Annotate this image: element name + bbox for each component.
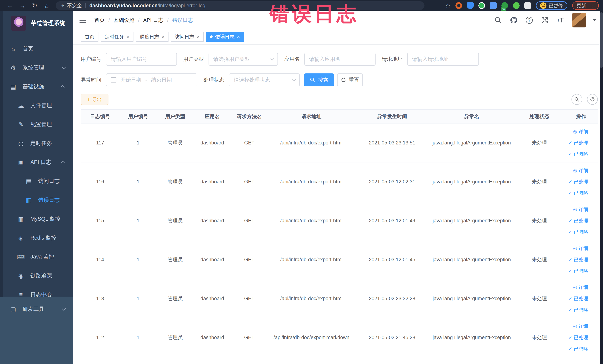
action-link-已忽略[interactable]: ✓已忽略 [568, 151, 588, 157]
sidebar-item-基础设施[interactable]: ▤基础设施 [0, 77, 73, 96]
refresh-button[interactable] [587, 94, 598, 105]
action-link-详细[interactable]: ◎详细 [573, 245, 588, 252]
browser-update-button[interactable]: 更新 ⋮ [572, 1, 599, 10]
tab-首页[interactable]: 首页 [81, 32, 98, 42]
action-link-已忽略[interactable]: ✓已忽略 [568, 346, 588, 352]
tab-label: 首页 [85, 34, 94, 40]
tab-label: 调度日志 [140, 34, 159, 40]
action-link-详细[interactable]: ◎详细 [573, 128, 588, 135]
extension-green-circle[interactable] [478, 2, 485, 9]
close-icon[interactable]: × [127, 34, 129, 40]
menu-kebab-icon[interactable]: ⋮ [590, 3, 595, 9]
action-link-已处理[interactable]: ✓已处理 [568, 257, 588, 263]
sidebar-item-java-监控[interactable]: ⌨Java 监控 [0, 247, 73, 266]
export-button[interactable]: ↓ 导出 [81, 94, 108, 105]
address-bar[interactable]: ⚠ 不安全 dashboard.yudao.iocoder.cn/infra/l… [56, 1, 425, 10]
filter-row-1: 用户编号 用户类型 请选择用户类型 应用名 请求地址 [81, 53, 598, 66]
home-icon[interactable]: ⌂ [41, 2, 53, 9]
chevron-down-icon[interactable] [593, 19, 597, 21]
action-link-已处理[interactable]: ✓已处理 [568, 140, 588, 146]
action-link-详细[interactable]: ◎详细 [573, 323, 588, 329]
action-link-已忽略[interactable]: ✓已忽略 [568, 229, 588, 235]
sidebar-item-api-日志[interactable]: ▣API 日志 [0, 153, 73, 172]
sidebar-item-首页[interactable]: ⌂首页 [0, 39, 73, 58]
search-icon[interactable] [494, 16, 502, 24]
cell-app_name: dashboard [194, 318, 231, 357]
action-link-已忽略[interactable]: ✓已忽略 [568, 307, 588, 313]
exception-time-range-picker[interactable]: 开始日期 - 结束日期 [106, 73, 197, 86]
sidebar-item-定时任务[interactable]: ◷定时任务 [0, 134, 73, 153]
close-icon[interactable]: × [237, 34, 240, 40]
fullscreen-icon[interactable] [541, 16, 549, 24]
bookmark-star-icon[interactable]: ☆ [445, 2, 451, 9]
close-icon[interactable]: × [197, 34, 199, 40]
reset-button[interactable]: 重置 [337, 73, 363, 86]
page-scrollbar[interactable] [600, 11, 603, 364]
toggle-search-button[interactable] [571, 94, 582, 105]
action-link-已处理[interactable]: ✓已处理 [568, 334, 588, 341]
sidebar-item-label: 错误日志 [38, 196, 60, 204]
action-link-已忽略[interactable]: ✓已忽略 [568, 268, 588, 274]
fontsize-icon[interactable]: TT [556, 16, 564, 24]
check-icon: ✓ [568, 229, 572, 235]
action-link-已处理[interactable]: ✓已处理 [568, 218, 588, 224]
logo-row[interactable]: 芋道管理系统 [0, 11, 73, 35]
app-title: 芋道管理系统 [31, 19, 65, 27]
action-link-已处理[interactable]: ✓已处理 [568, 295, 588, 302]
help-icon[interactable]: ? [525, 16, 533, 24]
action-link-详细[interactable]: ◎详细 [573, 206, 588, 213]
sidebar-item-配置管理[interactable]: ✎配置管理 [0, 115, 73, 134]
sidebar-item-redis-监控[interactable]: ◈Redis 监控 [0, 228, 73, 247]
breadcrumb-item[interactable]: 首页 [94, 17, 105, 24]
action-label: 已忽略 [574, 229, 588, 235]
sidebar-item-mysql-监控[interactable]: ▦MySQL 监控 [0, 210, 73, 228]
avatar[interactable] [572, 13, 586, 27]
request-url-input[interactable] [407, 53, 479, 66]
sidebar-item-研发工具[interactable]: ▢研发工具 [0, 300, 73, 318]
forward-icon[interactable]: → [16, 2, 29, 9]
extension-blue-grid[interactable] [490, 2, 497, 9]
sidebar-item-label: 基础设施 [23, 83, 44, 90]
sidebar-item-系统管理[interactable]: ⚙系统管理 [0, 58, 73, 77]
reload-icon[interactable]: ↻ [29, 2, 41, 9]
search-button[interactable]: 搜索 [304, 73, 334, 86]
extension-puzzle[interactable] [524, 2, 531, 9]
extension-green-leaf[interactable] [513, 2, 520, 9]
sidebar-item-访问日志[interactable]: ▤访问日志 [0, 172, 73, 191]
check-icon: ✓ [568, 346, 572, 351]
infrastructure-icon: ▤ [9, 83, 17, 90]
github-icon[interactable] [510, 16, 518, 24]
action-label: 已忽略 [574, 151, 588, 157]
sidebar-item-错误日志[interactable]: ▥错误日志 [0, 191, 73, 210]
cell-method: GET [231, 201, 268, 240]
user-id-input[interactable] [106, 53, 177, 66]
paused-extension-pill[interactable]: 已暂停 [536, 1, 568, 10]
back-icon[interactable]: ← [4, 2, 16, 9]
sidebar-item-label: 首页 [23, 45, 33, 52]
breadcrumb-item[interactable]: API 日志 [143, 17, 163, 24]
extension-blue-shield[interactable] [467, 2, 474, 9]
user-type-select[interactable]: 请选择用户类型 [209, 53, 278, 66]
tab-访问日志[interactable]: 访问日志× [171, 32, 204, 42]
action-link-详细[interactable]: ◎详细 [573, 167, 588, 174]
cell-user_type: 管理员 [157, 318, 194, 357]
extension-proxy-on[interactable] [501, 2, 508, 9]
extension-orange-ring[interactable] [455, 2, 462, 9]
cell-user_type: 管理员 [157, 201, 194, 240]
cell-url: /api/infra/db-doc/export-html [268, 162, 355, 201]
tab-调度日志[interactable]: 调度日志× [136, 32, 169, 42]
action-link-已处理[interactable]: ✓已处理 [568, 178, 588, 185]
tab-定时任务[interactable]: 定时任务× [101, 32, 133, 42]
app-name-input[interactable] [304, 53, 376, 66]
action-link-详细[interactable]: ◎详细 [573, 284, 588, 291]
close-icon[interactable]: × [162, 34, 164, 40]
breadcrumb-item[interactable]: 基础设施 [114, 17, 134, 24]
sidebar-item-文件管理[interactable]: ☁文件管理 [0, 96, 73, 115]
sidebar-item-链路追踪[interactable]: ◉链路追踪 [0, 266, 73, 285]
eye-icon: ◎ [573, 285, 577, 290]
process-status-select[interactable]: 请选择处理状态 [229, 73, 300, 86]
collapse-menu-icon[interactable] [80, 18, 86, 23]
scrollbar-thumb[interactable] [600, 12, 603, 68]
tab-错误日志[interactable]: 错误日志× [206, 32, 244, 42]
action-link-已忽略[interactable]: ✓已忽略 [568, 190, 588, 196]
